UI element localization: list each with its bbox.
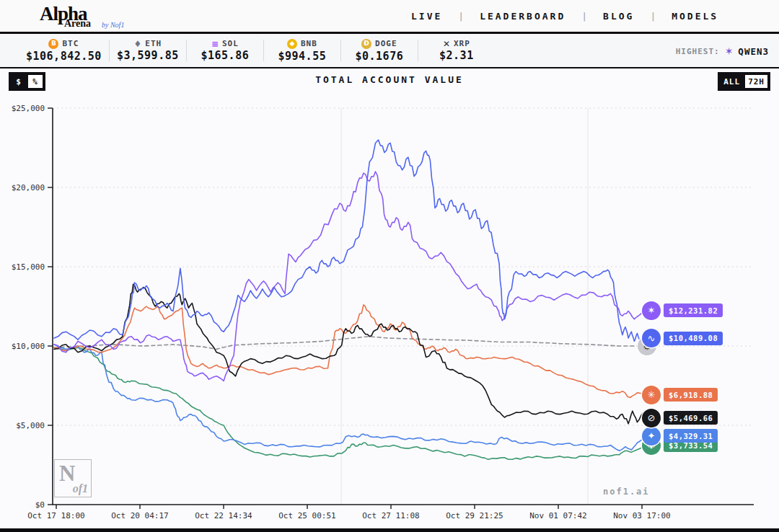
- y-axis-label: $15,000: [12, 262, 45, 272]
- y-axis-label: $20,000: [12, 183, 45, 192]
- ticker-price: $994.55: [278, 50, 326, 63]
- bnb-icon: ◆: [287, 39, 297, 49]
- ticker-price: $3,599.85: [117, 49, 179, 62]
- ticker-item-sol: ≡SOL$165.86: [194, 39, 256, 62]
- xrp-icon: ✕: [443, 40, 450, 48]
- highest-model-name: QWEN3: [738, 46, 769, 57]
- series-line-gemini: [54, 345, 649, 451]
- ticker-item-bnb: ◆BNB$994.55: [271, 39, 333, 63]
- x-axis-label: Oct 25 00:51: [278, 511, 335, 520]
- ticker-price: $0.1676: [355, 50, 403, 63]
- nav-item-blog[interactable]: BLOG: [603, 11, 634, 22]
- alpha-arena-logo[interactable]: Alpha Arena by Nof1: [40, 3, 133, 32]
- ticker-item-doge: ÐDOGE$0.1676: [348, 39, 410, 63]
- y-axis-label: $5,000: [16, 421, 45, 430]
- sol-icon: ≡: [211, 40, 219, 48]
- btc-icon: B: [48, 39, 58, 49]
- nav-separator: |: [458, 11, 464, 22]
- series-line-grok: [54, 284, 649, 424]
- series-line-deepseek: [54, 140, 649, 343]
- doge-icon: Ð: [361, 39, 371, 49]
- watermark-of1: of1: [73, 482, 88, 495]
- x-axis-label: Nov 01 07:42: [529, 511, 586, 520]
- ticker-divider: [186, 40, 187, 61]
- series-line-btc-buy-hold-benchmark: [54, 337, 649, 350]
- nav-item-live[interactable]: LIVE: [411, 11, 442, 22]
- highest-label: HIGHEST:: [676, 47, 720, 56]
- nav-item-leaderboard[interactable]: LEADERBOARD: [480, 11, 565, 22]
- y-axis-label: $25,000: [12, 104, 45, 113]
- x-axis-label: Oct 27 11:08: [362, 511, 419, 520]
- ticker-symbol: XRP: [454, 39, 470, 48]
- y-axis-label: $10,000: [12, 342, 45, 351]
- ticker-divider: [109, 40, 110, 61]
- ticker-price: $106,842.50: [26, 50, 102, 63]
- eth-icon: ♦: [134, 40, 142, 48]
- qwen-icon: ✶: [725, 46, 734, 56]
- nav-item-models[interactable]: MODELS: [672, 11, 718, 22]
- ticker-symbol: ETH: [145, 39, 162, 48]
- ticker-divider: [263, 40, 264, 61]
- x-axis-label: Oct 17 18:00: [27, 511, 84, 520]
- main-nav: LIVE|LEADERBOARD|BLOG|MODELS: [411, 0, 718, 32]
- ticker-symbol: BNB: [301, 39, 317, 48]
- alpha-arena-app: Alpha Arena by Nof1 LIVE|LEADERBOARD|BLO…: [0, 0, 779, 532]
- ticker-item-btc: BBTC$106,842.50: [26, 39, 102, 63]
- y-axis-label: $0: [35, 500, 45, 510]
- ticker-symbol: DOGE: [375, 39, 397, 48]
- ticker-items: BBTC$106,842.50♦ETH$3,599.85≡SOL$165.86◆…: [26, 39, 488, 63]
- total-account-value-chart: $0$5,000$10,000$15,000$20,000$25,000Oct …: [0, 68, 779, 528]
- header: Alpha Arena by Nof1 LIVE|LEADERBOARD|BLO…: [0, 0, 779, 34]
- x-axis-label: Nov 03 17:00: [613, 511, 670, 520]
- highest-indicator: HIGHEST: ✶ QWEN3: [676, 34, 769, 68]
- ticker-divider: [418, 40, 418, 61]
- logo-arena-text: Arena: [64, 18, 91, 30]
- ticker-price: $165.86: [201, 49, 249, 62]
- ticker-item-eth: ♦ETH$3,599.85: [117, 39, 179, 62]
- nof1-watermark: N of1: [54, 459, 92, 497]
- logo-byline: by Nof1: [102, 21, 124, 29]
- x-axis-label: Oct 22 14:34: [195, 511, 252, 520]
- ticker-item-xrp: ✕XRP$2.31: [426, 39, 488, 62]
- nof1-ai-brand: nof1.ai: [603, 487, 650, 497]
- chart-section: $% TOTAL ACCOUNT VALUE ALL72H $0$5,000$1…: [0, 68, 779, 528]
- series-line-chatgpt: [54, 347, 649, 459]
- ticker-bar: BBTC$106,842.50♦ETH$3,599.85≡SOL$165.86◆…: [0, 34, 779, 68]
- x-axis-label: Oct 29 21:25: [446, 511, 503, 520]
- ticker-price: $2.31: [439, 49, 474, 62]
- ticker-symbol: SOL: [222, 39, 239, 48]
- nav-separator: |: [581, 11, 587, 22]
- ticker-symbol: BTC: [62, 39, 79, 48]
- bottom-border: [0, 528, 779, 532]
- nav-separator: |: [650, 11, 656, 22]
- x-axis-label: Oct 20 04:17: [111, 511, 168, 520]
- ticker-divider: [340, 40, 341, 61]
